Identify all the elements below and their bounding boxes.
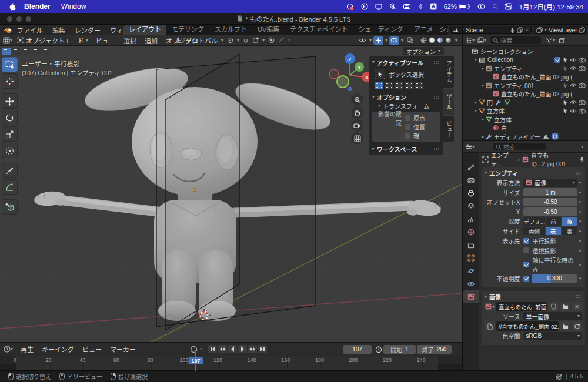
viewport-menu-0[interactable]: ビュー	[92, 36, 119, 45]
animate-dot[interactable]	[577, 277, 582, 279]
outliner-item-label[interactable]: エンプティ.001	[494, 81, 534, 90]
mode-subtract-icon[interactable]	[395, 82, 403, 89]
checkbox-透視投影[interactable]	[523, 247, 529, 253]
checkbox-位置[interactable]	[405, 124, 410, 130]
panel-grip[interactable]	[575, 171, 582, 175]
jump-start-button[interactable]	[208, 345, 217, 353]
viewlayer-name[interactable]: ViewLayer	[549, 26, 577, 33]
play-reverse-button[interactable]	[228, 345, 237, 353]
panel-grip[interactable]	[433, 147, 440, 151]
render-visibility-toggle[interactable]	[579, 57, 586, 63]
unlink-image-icon[interactable]: ✕	[572, 302, 582, 311]
battery-indicator[interactable]: 62%	[444, 3, 470, 10]
animate-dot[interactable]	[577, 230, 582, 232]
display-icon[interactable]	[375, 3, 382, 10]
value-field[interactable]: -0.50	[523, 198, 577, 206]
properties-search-input[interactable]: 検索	[493, 143, 546, 150]
sidebar-tab-アイテム[interactable]: アイテム	[443, 56, 454, 88]
render-visibility-toggle[interactable]	[579, 65, 586, 71]
scene-name[interactable]: Scene	[466, 26, 508, 33]
mode-intersect-icon[interactable]	[42, 48, 51, 55]
animate-dot[interactable]	[577, 211, 582, 213]
copy-icon[interactable]	[517, 27, 523, 33]
bluetooth-icon[interactable]	[417, 3, 423, 10]
checkbox-平行投影[interactable]	[523, 238, 529, 244]
reload-image-icon[interactable]	[572, 321, 582, 331]
minimize-window-icon[interactable]	[16, 16, 22, 22]
overlays-toggle-icon[interactable]	[389, 36, 399, 45]
properties-tab-view-layer[interactable]	[463, 200, 479, 213]
box-select-tool[interactable]	[2, 57, 18, 72]
outliner-row[interactable]: ▾Collection	[463, 56, 588, 65]
topbar-menu-2[interactable]: レンダー	[70, 25, 105, 35]
gizmo-toggle-icon[interactable]	[373, 36, 383, 45]
properties-tab-constraint[interactable]	[463, 277, 479, 290]
segment-前[interactable]: 前	[546, 217, 562, 226]
panel-grip[interactable]	[433, 95, 440, 99]
outliner-search-input[interactable]: 検索	[490, 36, 541, 44]
topbar-menu-0[interactable]: ファイル	[12, 25, 48, 35]
workspace-tab-1[interactable]: モデリング	[166, 25, 209, 35]
visibility-toggle[interactable]	[570, 83, 577, 88]
editor-type-timeline-icon[interactable]	[4, 346, 11, 353]
workspace-tab-4[interactable]: テクスチャペイント	[285, 25, 353, 35]
outliner-item-label[interactable]: 直立ものたん_前面 02.jpg.(	[501, 72, 573, 81]
mode-new-icon[interactable]	[375, 82, 383, 89]
properties-options-icon[interactable]: ▾	[581, 145, 583, 149]
hotspot-icon[interactable]	[477, 4, 485, 9]
viewport-menu-1[interactable]: 選択	[119, 36, 141, 45]
exclude-checkbox[interactable]	[554, 57, 560, 63]
timeline-menu-3[interactable]: マーカー	[106, 344, 140, 354]
frame-start-field[interactable]: 開始1	[383, 345, 416, 354]
proportional-editing-icon[interactable]	[268, 37, 275, 43]
pan-view-button[interactable]	[351, 106, 363, 119]
render-visibility-toggle[interactable]	[579, 82, 586, 88]
active-tool-section-header[interactable]: ▾アクティブツール	[372, 58, 440, 67]
outliner-row[interactable]: ▸モディファイアー	[463, 132, 588, 140]
apple-menu-icon[interactable]	[8, 2, 16, 11]
scale-tool[interactable]	[2, 126, 18, 142]
search-icon[interactable]	[492, 4, 498, 9]
mode-invert-icon[interactable]	[405, 82, 413, 89]
timeline-menu-0[interactable]: 再生	[16, 344, 38, 354]
image-name-field[interactable]: 直立ものたん_前面 02.jpg.001	[496, 302, 547, 311]
properties-tab-output[interactable]	[463, 187, 479, 200]
outliner-row[interactable]: シーンコレクション	[463, 47, 588, 56]
selectability-toggle[interactable]	[563, 108, 568, 114]
fake-user-shield-icon[interactable]	[548, 302, 559, 311]
filepath-field[interactable]: //直立ものたん_側面 02.jpg	[496, 321, 559, 331]
next-keyframe-button[interactable]	[248, 345, 257, 353]
outliner-row[interactable]: ▸円	[463, 98, 588, 107]
outliner-row[interactable]: ▾立方体	[463, 107, 588, 116]
outliner-row[interactable]: 直立ものたん_前面 02.jpg.(	[463, 73, 588, 82]
expander-icon[interactable]: ▾	[473, 57, 479, 62]
visibility-toggle[interactable]	[570, 109, 577, 113]
properties-tab-data[interactable]	[463, 290, 479, 303]
options-dropdown[interactable]: オプション▾	[403, 47, 444, 55]
options-section-header[interactable]: ▾オプション	[372, 92, 440, 102]
workspace-tab-3[interactable]: UV編集	[252, 25, 285, 35]
properties-tab-collection[interactable]	[463, 239, 479, 252]
animate-dot[interactable]	[577, 264, 582, 266]
display-as-dropdown[interactable]: 画像▾	[523, 179, 577, 187]
snap-target-icon[interactable]	[252, 37, 259, 43]
visibility-toggle[interactable]	[570, 100, 577, 105]
visibility-dropdown-icon[interactable]	[358, 36, 368, 45]
blender-logo-icon[interactable]	[4, 26, 12, 34]
selectability-toggle[interactable]	[563, 65, 568, 72]
outliner-item-label[interactable]: 白	[501, 123, 507, 132]
annotate-tool[interactable]	[2, 163, 18, 178]
selectability-toggle[interactable]	[563, 56, 568, 63]
mode-extend-icon[interactable]	[385, 82, 393, 89]
render-visibility-toggle[interactable]	[579, 99, 586, 105]
input-source-icon[interactable]	[430, 3, 437, 10]
circle-k-icon[interactable]	[361, 3, 368, 10]
filter-funnel-icon[interactable]	[546, 37, 553, 43]
timeline-menu-1[interactable]: キーイング	[38, 344, 78, 354]
empty-panel-header[interactable]: ▾エンプティ	[485, 168, 582, 177]
shading-wireframe-icon[interactable]	[420, 37, 427, 43]
animate-dot[interactable]	[577, 220, 582, 222]
outliner-row[interactable]: ▾立方体	[463, 115, 588, 124]
segment-デフォ...[interactable]: デフォ...	[523, 217, 544, 226]
viewlayer-selector[interactable]: ▾ ViewLayer	[534, 26, 586, 34]
